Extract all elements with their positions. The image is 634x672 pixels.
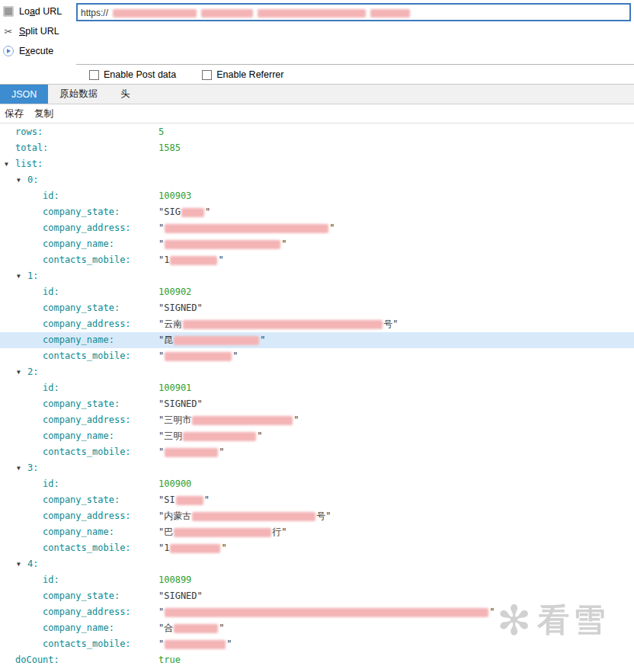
json-row[interactable]: company_name:"": [0, 236, 634, 252]
json-value: "云南号": [158, 316, 398, 332]
json-key: company_address:: [43, 220, 131, 236]
split-url-button[interactable]: Split URL: [3, 23, 59, 40]
json-value-text: ": [281, 238, 287, 249]
collapse-arrow-icon[interactable]: ▼: [17, 364, 21, 380]
tab-json[interactable]: JSON: [0, 85, 48, 104]
json-row[interactable]: ▼0:: [0, 172, 634, 188]
json-row[interactable]: contacts_mobile:"1": [0, 540, 634, 556]
json-row[interactable]: ▼1:: [0, 268, 634, 284]
save-button[interactable]: 保存: [5, 107, 24, 120]
json-key: contacts_mobile:: [43, 444, 131, 460]
redacted-text: [165, 608, 488, 617]
json-actionbar: 保存 复制: [0, 104, 634, 123]
json-value: "": [158, 220, 335, 236]
json-row[interactable]: company_name:"合": [0, 620, 634, 636]
enable-post-data-option[interactable]: Enable Post data: [89, 69, 176, 80]
json-row[interactable]: doCount:true: [0, 652, 634, 668]
collapse-arrow-icon[interactable]: ▼: [17, 268, 21, 284]
json-row[interactable]: company_address:"三明市": [0, 412, 634, 428]
json-row[interactable]: ▼2:: [0, 364, 634, 380]
redacted-text: [176, 496, 203, 505]
json-key: rows:: [15, 124, 43, 140]
tab-headers[interactable]: 头: [109, 85, 142, 104]
json-value-text: ": [489, 606, 495, 617]
json-row[interactable]: company_address:"": [0, 220, 634, 236]
enable-referrer-label: Enable Referrer: [216, 69, 283, 80]
json-row[interactable]: company_name:"三明": [0, 428, 634, 444]
json-value-text: ": [158, 222, 164, 233]
tab-raw-data[interactable]: 原始数据: [48, 85, 109, 104]
enable-referrer-option[interactable]: Enable Referrer: [202, 69, 283, 80]
redacted-url-segment: [258, 9, 366, 18]
json-row[interactable]: company_name:"昆": [0, 332, 634, 348]
json-row[interactable]: rows:5: [0, 124, 634, 140]
execute-button[interactable]: Execute: [3, 43, 53, 59]
json-key: company_name:: [43, 332, 114, 348]
json-value: "": [158, 348, 238, 364]
enable-post-data-checkbox[interactable]: [89, 70, 99, 80]
json-row[interactable]: contacts_mobile:"": [0, 636, 634, 652]
json-value-text: "SIGNED": [158, 590, 203, 601]
enable-referrer-checkbox[interactable]: [202, 70, 212, 80]
json-row[interactable]: company_address:"内蒙古号": [0, 508, 634, 524]
json-row[interactable]: contacts_mobile:"1": [0, 252, 634, 268]
url-input[interactable]: https://: [76, 3, 631, 21]
json-value: 100902: [158, 284, 191, 300]
json-key: company_name:: [43, 428, 114, 444]
json-row[interactable]: company_address:"": [0, 604, 634, 620]
copy-button[interactable]: 复制: [34, 107, 53, 120]
redacted-text: [192, 512, 315, 521]
json-key: company_name:: [43, 620, 114, 636]
json-key: id:: [43, 188, 59, 204]
json-key: contacts_mobile:: [43, 540, 131, 556]
json-row[interactable]: company_state:"SIG": [0, 204, 634, 220]
json-value-text: "三明市: [158, 414, 191, 425]
json-value-text: "1: [158, 542, 169, 553]
json-row[interactable]: id:100903: [0, 188, 634, 204]
json-value: 1585: [158, 140, 181, 156]
json-row[interactable]: ▼3:: [0, 460, 634, 476]
json-value-text: "1: [158, 254, 169, 265]
json-row[interactable]: company_address:"云南号": [0, 316, 634, 332]
json-row[interactable]: total:1585: [0, 140, 634, 156]
collapse-arrow-icon[interactable]: ▼: [17, 172, 21, 188]
json-value: "三明": [158, 428, 262, 444]
collapse-arrow-icon[interactable]: ▼: [17, 556, 21, 572]
collapse-arrow-icon[interactable]: ▼: [17, 460, 21, 476]
redacted-text: [165, 640, 226, 649]
redacted-text: [170, 544, 220, 553]
json-value: 100903: [158, 188, 191, 204]
json-value-text: 100902: [158, 286, 191, 297]
json-value: 100901: [158, 380, 191, 396]
enable-post-data-label: Enable Post data: [104, 69, 176, 80]
json-row[interactable]: company_state:"SIGNED": [0, 588, 634, 604]
json-row[interactable]: company_name:"巴行": [0, 524, 634, 540]
redacted-text: [183, 320, 383, 329]
json-row[interactable]: id:100902: [0, 284, 634, 300]
json-row[interactable]: contacts_mobile:"": [0, 444, 634, 460]
json-key: 2:: [27, 364, 38, 380]
json-value-text: ": [226, 638, 232, 649]
json-row[interactable]: id:100901: [0, 380, 634, 396]
json-row[interactable]: id:100899: [0, 572, 634, 588]
json-value-text: ": [329, 222, 335, 233]
collapse-arrow-icon[interactable]: ▼: [5, 156, 8, 172]
json-value-text: "昆: [158, 334, 173, 345]
json-key: id:: [43, 284, 59, 300]
load-url-button[interactable]: Load URL: [3, 3, 62, 20]
json-value-text: ": [219, 446, 224, 457]
json-row[interactable]: company_state:"SIGNED": [0, 300, 634, 316]
json-row[interactable]: ▼list:: [0, 156, 634, 172]
url-pane: https://: [76, 0, 634, 65]
redacted-text: [170, 256, 217, 265]
json-row[interactable]: ▼4:: [0, 556, 634, 572]
redacted-url-segment: [113, 9, 197, 18]
json-row[interactable]: company_state:"SI": [0, 492, 634, 508]
json-key: 0:: [27, 172, 38, 188]
json-row[interactable]: company_state:"SIGNED": [0, 396, 634, 412]
json-value: 100900: [158, 476, 191, 492]
json-row[interactable]: contacts_mobile:"": [0, 348, 634, 364]
json-value: "1": [158, 540, 227, 556]
json-row[interactable]: id:100900: [0, 476, 634, 492]
json-value-text: 100900: [158, 478, 191, 489]
